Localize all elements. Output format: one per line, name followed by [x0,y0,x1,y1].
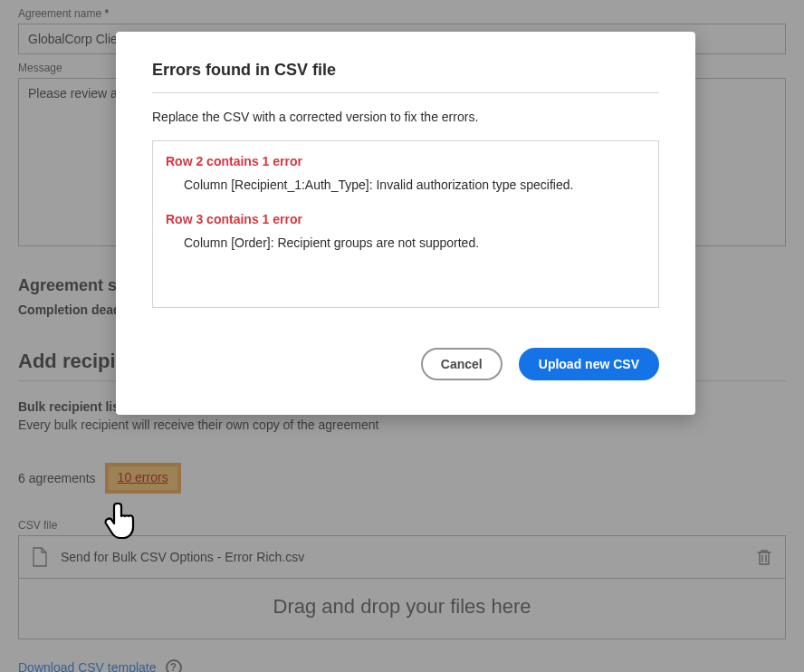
modal-error-list[interactable]: Row 2 contains 1 error Column [Recipient… [152,140,659,308]
csv-errors-modal: Errors found in CSV file Replace the CSV… [116,32,695,415]
cancel-button[interactable]: Cancel [421,348,502,380]
modal-title: Errors found in CSV file [152,61,659,93]
error-row-title: Row 3 contains 1 error [166,212,653,226]
error-row-detail: Column [Order]: Recipient groups are not… [184,235,653,250]
upload-new-csv-button[interactable]: Upload new CSV [519,348,659,380]
modal-actions: Cancel Upload new CSV [152,348,659,380]
error-row-detail: Column [Recipient_1:Auth_Type]: Invalid … [184,178,653,192]
error-row: Row 3 contains 1 error Column [Order]: R… [166,212,653,250]
modal-description: Replace the CSV with a corrected version… [152,110,659,124]
error-row-title: Row 2 contains 1 error [166,154,653,168]
error-row: Row 2 contains 1 error Column [Recipient… [166,154,653,192]
